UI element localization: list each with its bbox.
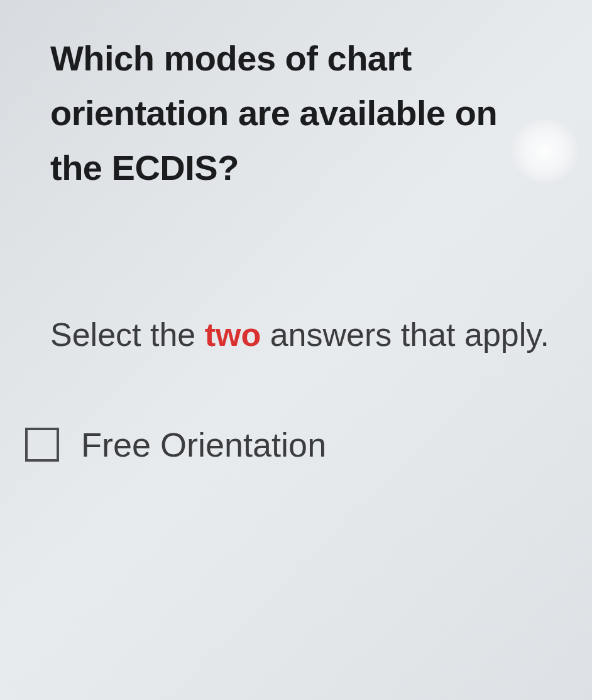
instruction-highlight: two: [205, 316, 261, 353]
option-label: Free Orientation: [81, 425, 326, 464]
question-text: Which modes of chart orientation are ava…: [50, 31, 554, 195]
instruction-prefix: Select the: [50, 316, 205, 353]
instruction-text: Select the two answers that apply.: [50, 308, 554, 362]
instruction-suffix: answers that apply.: [261, 316, 549, 353]
option-row[interactable]: Free Orientation: [25, 425, 554, 464]
checkbox-free-orientation[interactable]: [25, 428, 59, 462]
